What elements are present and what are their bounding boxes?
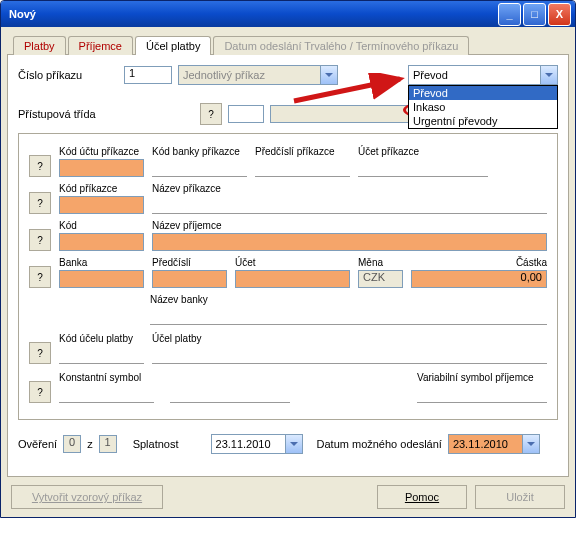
vzor-button[interactable]: Vytvořit vzorový příkaz [11, 485, 163, 509]
label-kod-ucelu: Kód účelu platby [59, 333, 144, 344]
input-castka[interactable]: 0,00 [411, 270, 547, 288]
pristup-label: Přístupová třída [18, 108, 118, 120]
overeni-1: 0 [63, 435, 81, 453]
input-konst-symbol-name[interactable] [170, 385, 290, 403]
chevron-down-icon [540, 66, 557, 84]
tab-control: Platby Příjemce Účel platby Datum odeslá… [7, 35, 569, 477]
input-var-symbol[interactable] [417, 385, 547, 403]
window-title: Nový [9, 8, 36, 20]
label-kod: Kód [59, 220, 144, 231]
help-kod-uctu[interactable]: ? [29, 155, 51, 177]
mozne-odeslani-label: Datum možného odeslání [317, 438, 442, 450]
mozne-odeslani-date[interactable]: 23.11.2010 [448, 434, 540, 454]
label-kod-banky-prikazce: Kód banky příkazce [152, 146, 247, 157]
cislo-prikazu-input[interactable]: 1 [124, 66, 172, 84]
prevod-combo-value: Převod [409, 69, 540, 81]
overeni-label: Ověření [18, 438, 57, 450]
label-konst-symbol: Konstantní symbol [59, 372, 154, 383]
splatnost-label: Splatnost [133, 438, 179, 450]
help-ucel[interactable]: ? [29, 342, 51, 364]
input-mena[interactable]: CZK [358, 270, 403, 288]
input-ucet-prikazce[interactable] [358, 159, 488, 177]
overeni-z: z [87, 438, 93, 450]
chevron-down-icon [320, 66, 337, 84]
input-kod-prikazce[interactable] [59, 196, 144, 214]
input-predcisli[interactable] [152, 270, 227, 288]
label-ucel-platby: Účel platby [152, 333, 547, 344]
option-inkaso[interactable]: Inkaso [409, 100, 557, 114]
input-kod-uctu-prikazce[interactable] [59, 159, 144, 177]
option-prevod[interactable]: Převod [409, 86, 557, 100]
input-ucet[interactable] [235, 270, 350, 288]
label-ucet: Účet [235, 257, 350, 268]
help-konst-symbol[interactable]: ? [29, 381, 51, 403]
prevod-combo[interactable]: Převod Převod Inkaso Urgentní převody [408, 65, 558, 85]
label-mena: Měna [358, 257, 403, 268]
tab-ucel-platby[interactable]: Účel platby [135, 36, 211, 55]
tab-panel: Číslo příkazu 1 Jednotlivý příkaz Převod… [7, 54, 569, 477]
input-nazev-prikazce[interactable] [152, 196, 547, 214]
close-button[interactable]: X [548, 3, 571, 26]
tab-platby[interactable]: Platby [13, 36, 66, 55]
label-kod-prikazce: Kód příkazce [59, 183, 144, 194]
input-nazev-banky[interactable] [150, 307, 547, 325]
client-area: Platby Příjemce Účel platby Datum odeslá… [1, 27, 575, 517]
mozne-odeslani-value: 23.11.2010 [449, 438, 522, 450]
typ-platby-combo[interactable]: Jednotlivý příkaz [178, 65, 338, 85]
tab-datum-odeslani[interactable]: Datum odeslání Trvalého / Termínového př… [213, 36, 469, 55]
input-kod[interactable] [59, 233, 144, 251]
input-predcisli-prikazce[interactable] [255, 159, 350, 177]
titlebar: Nový _ □ X [1, 1, 575, 27]
maximize-button[interactable]: □ [523, 3, 546, 26]
minimize-button[interactable]: _ [498, 3, 521, 26]
label-predcisli: Předčíslí [152, 257, 227, 268]
pristup-code[interactable] [228, 105, 264, 123]
cislo-prikazu-label: Číslo příkazu [18, 69, 118, 81]
typ-platby-value: Jednotlivý příkaz [179, 69, 320, 81]
label-castka: Částka [411, 257, 547, 268]
label-nazev-prijemce: Název příjemce [152, 220, 547, 231]
label-predcisli-prikazce: Předčíslí příkazce [255, 146, 350, 157]
splatnost-value: 23.11.2010 [212, 438, 285, 450]
label-var-symbol: Variabilní symbol příjemce [417, 372, 547, 383]
input-banka[interactable] [59, 270, 144, 288]
input-konst-symbol[interactable] [59, 385, 154, 403]
fields-frame: ? Kód účtu příkazce Kód banky příkazce P… [18, 133, 558, 420]
input-kod-banky-prikazce[interactable] [152, 159, 247, 177]
chevron-down-icon [522, 435, 539, 453]
label-banka: Banka [59, 257, 144, 268]
input-ucel-platby[interactable] [152, 346, 547, 364]
help-kod-prikazce[interactable]: ? [29, 192, 51, 214]
overeni-2: 1 [99, 435, 117, 453]
input-nazev-prijemce[interactable] [152, 233, 547, 251]
window: Nový _ □ X Platby Příjemce Účel platby D… [0, 0, 576, 518]
label-nazev-banky: Název banky [150, 294, 547, 305]
help-banka[interactable]: ? [29, 266, 51, 288]
splatnost-date[interactable]: 23.11.2010 [211, 434, 303, 454]
chevron-down-icon [285, 435, 302, 453]
label-kod-uctu-prikazce: Kód účtu příkazce [59, 146, 144, 157]
label-nazev-prikazce: Název příkazce [152, 183, 547, 194]
pomoc-button[interactable]: Pomoc [377, 485, 467, 509]
pristup-name[interactable] [270, 105, 420, 123]
option-urgentni[interactable]: Urgentní převody [409, 114, 557, 128]
input-kod-ucelu[interactable] [59, 346, 144, 364]
prevod-dropdown: Převod Inkaso Urgentní převody [408, 85, 558, 129]
tab-prijemce[interactable]: Příjemce [68, 36, 133, 55]
label-ucet-prikazce: Účet příkazce [358, 146, 488, 157]
help-kod[interactable]: ? [29, 229, 51, 251]
ulozit-button[interactable]: Uložit [475, 485, 565, 509]
help-pristup[interactable]: ? [200, 103, 222, 125]
